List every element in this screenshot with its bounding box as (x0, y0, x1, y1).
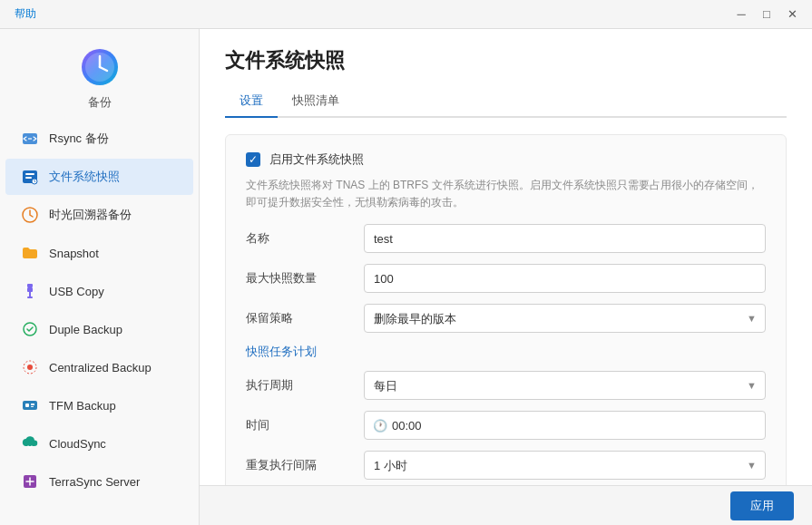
svg-rect-19 (23, 401, 37, 410)
sidebar-label-cloudsync: CloudSync (49, 437, 106, 451)
main-layout: 备份 Rsync 备份 文件系统快照 时光回溯器备份 Snapshot (0, 29, 812, 525)
time-input[interactable] (364, 411, 766, 440)
content-body: ✓ 启用文件系统快照 文件系统快照将对 TNAS 上的 BTRFS 文件系统进行… (200, 118, 812, 485)
maximize-button[interactable]: □ (754, 4, 779, 25)
description-text: 文件系统快照将对 TNAS 上的 BTRFS 文件系统进行快照。启用文件系统快照… (246, 177, 766, 211)
sidebar-item-rsync[interactable]: Rsync 备份 (5, 121, 193, 157)
settings-section: ✓ 启用文件系统快照 文件系统快照将对 TNAS 上的 BTRFS 文件系统进行… (225, 134, 787, 485)
time-machine-icon (20, 205, 40, 225)
sidebar-item-time-machine[interactable]: 时光回溯器备份 (5, 197, 193, 233)
name-input[interactable] (364, 224, 766, 253)
sidebar-label-rsync: Rsync 备份 (49, 131, 109, 147)
app-title: 备份 (88, 94, 112, 111)
frequency-select[interactable]: 每日 每周 每月 (364, 371, 766, 400)
tfm-backup-icon (20, 395, 40, 415)
app-logo: 备份 (0, 29, 199, 120)
enable-label: 启用文件系统快照 (269, 151, 364, 168)
enable-row: ✓ 启用文件系统快照 (246, 151, 766, 168)
sidebar-label-tfm-backup: TFM Backup (49, 399, 116, 413)
frequency-label: 执行周期 (246, 377, 364, 394)
svg-rect-21 (31, 403, 34, 405)
retention-label: 保留策略 (246, 310, 364, 326)
svg-rect-7 (25, 173, 34, 175)
sidebar-label-centralized-backup: Centralized Backup (49, 361, 152, 374)
svg-rect-22 (31, 406, 34, 407)
retention-select[interactable]: 删除最早的版本 保留所有版本 (364, 304, 766, 333)
sidebar-label-terrasync: TerraSync Server (49, 475, 140, 489)
terrasync-icon (20, 472, 40, 491)
max-snapshots-row: 最大快照数量 (246, 264, 766, 293)
max-snapshots-label: 最大快照数量 (246, 270, 364, 287)
enable-checkbox[interactable]: ✓ (246, 152, 260, 167)
name-label: 名称 (246, 230, 364, 247)
sidebar-item-filesystem-snapshot[interactable]: 文件系统快照 (5, 159, 193, 195)
apply-button[interactable]: 应用 (730, 491, 794, 520)
usb-copy-icon (20, 281, 40, 301)
sidebar-label-filesystem-snapshot: 文件系统快照 (49, 169, 120, 185)
content-header: 文件系统快照 设置 快照清单 (200, 29, 812, 118)
minimize-button[interactable]: ─ (729, 4, 754, 25)
sidebar-label-snapshot: Snapshot (49, 247, 99, 260)
svg-point-15 (33, 287, 35, 289)
page-title: 文件系统快照 (225, 47, 787, 74)
sidebar-item-terrasync[interactable]: TerraSync Server (5, 463, 193, 500)
sidebar-label-time-machine: 时光回溯器备份 (49, 207, 132, 223)
repeat-interval-select[interactable]: 1 小时 2 小时 4 小时 6 小时 12 小时 不重复 (364, 451, 766, 480)
repeat-interval-row: 重复执行间隔 1 小时 2 小时 4 小时 6 小时 12 小时 不重复 ▼ (246, 451, 766, 480)
sidebar-item-tfm-backup[interactable]: TFM Backup (5, 387, 193, 423)
svg-rect-20 (25, 403, 29, 407)
filesystem-snapshot-icon (20, 167, 40, 187)
close-button[interactable]: ✕ (779, 4, 805, 25)
retention-row: 保留策略 删除最早的版本 保留所有版本 ▼ (246, 304, 766, 333)
tab-settings[interactable]: 设置 (225, 87, 278, 118)
snapshot-folder-icon (20, 243, 40, 263)
sidebar-item-duple-backup[interactable]: Duple Backup (5, 311, 193, 347)
sidebar-item-cloudsync[interactable]: CloudSync (5, 425, 193, 462)
svg-point-17 (27, 365, 33, 370)
sidebar-label-usb-copy: USB Copy (49, 285, 104, 298)
sidebar-item-snapshot[interactable]: Snapshot (5, 235, 193, 271)
name-row: 名称 (246, 224, 766, 253)
clock-icon: 🕐 (373, 419, 387, 433)
cloud-sync-icon (20, 433, 40, 453)
time-row: 时间 🕐 (246, 411, 766, 440)
sidebar: 备份 Rsync 备份 文件系统快照 时光回溯器备份 Snapshot (0, 29, 200, 525)
sidebar-item-usb-copy[interactable]: USB Copy (5, 273, 193, 309)
schedule-subtitle: 快照任务计划 (246, 344, 766, 360)
svg-rect-13 (27, 297, 33, 298)
svg-rect-12 (29, 292, 31, 297)
svg-point-14 (25, 287, 28, 289)
frequency-row: 执行周期 每日 每周 每月 ▼ (246, 371, 766, 400)
repeat-interval-label: 重复执行间隔 (246, 457, 364, 473)
frequency-select-wrapper: 每日 每周 每月 ▼ (364, 371, 766, 400)
time-label: 时间 (246, 417, 364, 433)
content-area: 文件系统快照 设置 快照清单 ✓ 启用文件系统快照 文件系统快照将对 TNAS … (200, 29, 812, 525)
checkbox-check-icon: ✓ (249, 154, 258, 165)
tab-snapshot-list[interactable]: 快照清单 (278, 87, 354, 118)
max-snapshots-input[interactable] (364, 264, 766, 293)
app-logo-icon (78, 45, 122, 89)
help-link[interactable]: 帮助 (15, 6, 36, 22)
titlebar: 帮助 ─ □ ✕ (0, 0, 812, 29)
sidebar-item-centralized-backup[interactable]: Centralized Backup (5, 349, 193, 385)
svg-rect-11 (27, 284, 33, 292)
repeat-interval-select-wrapper: 1 小时 2 小时 4 小时 6 小时 12 小时 不重复 ▼ (364, 451, 766, 480)
centralized-backup-icon (20, 357, 40, 377)
footer-bar: 应用 (200, 485, 812, 525)
svg-rect-8 (25, 177, 32, 179)
duple-backup-icon (20, 319, 40, 339)
rsync-icon (20, 129, 40, 149)
tab-bar: 设置 快照清单 (225, 87, 787, 118)
retention-select-wrapper: 删除最早的版本 保留所有版本 ▼ (364, 304, 766, 333)
sidebar-label-duple-backup: Duple Backup (49, 323, 122, 336)
time-input-wrapper: 🕐 (364, 411, 766, 440)
